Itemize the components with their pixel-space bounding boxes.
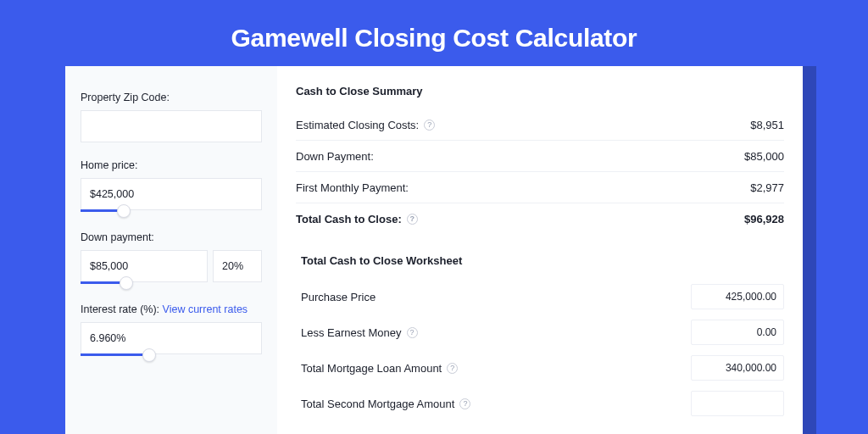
down-payment-slider-thumb[interactable] bbox=[120, 276, 133, 290]
view-current-rates-link[interactable]: View current rates bbox=[163, 303, 248, 315]
worksheet-row-earnest-money: Less Earnest Money ? bbox=[296, 314, 784, 350]
interest-rate-slider-wrap bbox=[81, 322, 262, 359]
summary-total-label: Total Cash to Close: bbox=[296, 213, 402, 225]
interest-rate-label: Interest rate (%): bbox=[81, 303, 159, 315]
worksheet-input-earnest-money[interactable] bbox=[691, 320, 784, 345]
results-main: Cash to Close Summary Estimated Closing … bbox=[277, 66, 803, 434]
help-icon[interactable]: ? bbox=[447, 363, 458, 374]
worksheet-label: Total Mortgage Loan Amount bbox=[301, 362, 442, 375]
home-price-slider-wrap bbox=[81, 178, 262, 214]
inputs-sidebar: Property Zip Code: Home price: Down paym… bbox=[65, 66, 277, 434]
worksheet-title: Total Cash to Close Worksheet bbox=[296, 254, 784, 267]
interest-rate-slider[interactable] bbox=[81, 353, 262, 359]
summary-row-total: Total Cash to Close: ? $96,928 bbox=[296, 203, 784, 234]
interest-rate-slider-fill bbox=[81, 353, 149, 356]
worksheet-label: Total Second Mortgage Amount bbox=[301, 398, 454, 410]
calculator-shell: Property Zip Code: Home price: Down paym… bbox=[65, 66, 803, 434]
summary-row-closing-costs: Estimated Closing Costs: ? $8,951 bbox=[296, 109, 784, 140]
calculator-card: Property Zip Code: Home price: Down paym… bbox=[65, 66, 803, 434]
summary-value: $8,951 bbox=[750, 119, 784, 131]
down-payment-label: Down payment: bbox=[81, 231, 262, 243]
zip-field-block: Property Zip Code: bbox=[81, 92, 262, 142]
down-payment-input[interactable] bbox=[81, 250, 208, 282]
interest-rate-label-row: Interest rate (%): View current rates bbox=[81, 303, 262, 315]
worksheet-input-purchase-price[interactable] bbox=[691, 284, 784, 309]
worksheet-row-purchase-price: Purchase Price bbox=[296, 279, 784, 314]
summary-row-down-payment: Down Payment: $85,000 bbox=[296, 141, 784, 171]
worksheet-row-second-mortgage: Total Second Mortgage Amount ? bbox=[296, 386, 784, 421]
down-payment-slider[interactable] bbox=[81, 281, 262, 287]
summary-value: $2,977 bbox=[750, 181, 784, 194]
home-price-label: Home price: bbox=[81, 159, 262, 171]
zip-label: Property Zip Code: bbox=[81, 92, 262, 103]
help-icon[interactable]: ? bbox=[459, 398, 470, 409]
worksheet-section: Total Cash to Close Worksheet Purchase P… bbox=[296, 242, 784, 421]
summary-label: Down Payment: bbox=[296, 150, 374, 163]
summary-title: Cash to Close Summary bbox=[296, 85, 784, 97]
summary-total-value: $96,928 bbox=[744, 213, 784, 225]
help-icon[interactable]: ? bbox=[407, 214, 418, 225]
worksheet-row-mortgage-amount: Total Mortgage Loan Amount ? bbox=[296, 350, 784, 386]
help-icon[interactable]: ? bbox=[424, 120, 435, 131]
summary-row-first-monthly: First Monthly Payment: $2,977 bbox=[296, 172, 784, 203]
worksheet-label: Purchase Price bbox=[301, 291, 376, 303]
worksheet-input-mortgage-amount[interactable] bbox=[691, 355, 784, 381]
worksheet-input-second-mortgage[interactable] bbox=[691, 391, 784, 416]
help-icon[interactable]: ? bbox=[407, 327, 418, 338]
down-payment-percent-input[interactable] bbox=[213, 250, 262, 282]
interest-rate-field-block: Interest rate (%): View current rates bbox=[81, 303, 262, 359]
home-price-slider[interactable] bbox=[81, 209, 262, 214]
interest-rate-slider-thumb[interactable] bbox=[142, 348, 156, 362]
home-price-slider-thumb[interactable] bbox=[117, 204, 131, 218]
interest-rate-input[interactable] bbox=[81, 322, 262, 354]
down-payment-field-block: Down payment: bbox=[81, 231, 262, 287]
summary-label: First Monthly Payment: bbox=[296, 181, 409, 194]
home-price-field-block: Home price: bbox=[81, 159, 262, 214]
page-title: Gamewell Closing Cost Calculator bbox=[0, 0, 868, 66]
home-price-input[interactable] bbox=[81, 178, 262, 210]
worksheet-label: Less Earnest Money bbox=[301, 326, 402, 339]
summary-value: $85,000 bbox=[744, 150, 784, 163]
summary-label: Estimated Closing Costs: bbox=[296, 119, 419, 131]
zip-input[interactable] bbox=[81, 110, 262, 142]
down-payment-slider-wrap bbox=[81, 250, 262, 287]
